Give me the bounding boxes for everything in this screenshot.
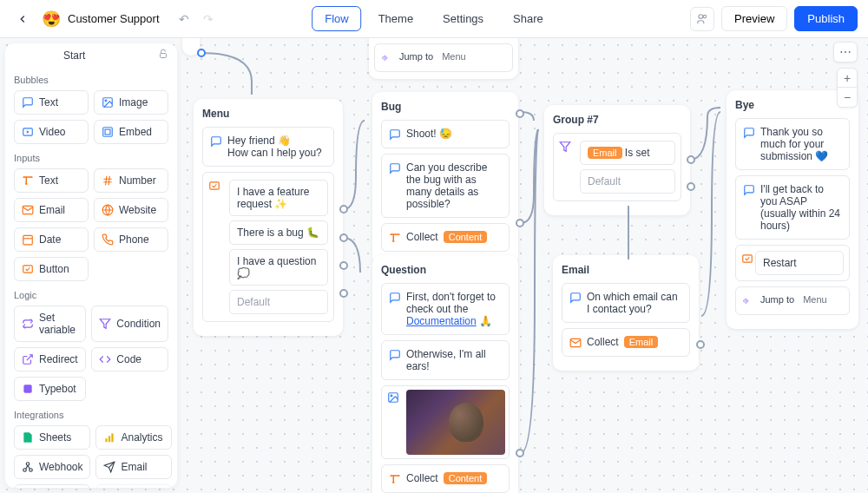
choice[interactable]: There is a bug 🐛 <box>229 220 328 245</box>
button-icon <box>741 253 753 265</box>
svg-rect-29 <box>112 433 114 442</box>
port[interactable] <box>516 109 524 118</box>
tab-share[interactable]: Share <box>500 6 556 31</box>
chat-icon <box>569 292 582 304</box>
condition[interactable]: Email Is set <box>580 141 675 165</box>
undo-button[interactable]: ↶ <box>174 9 194 30</box>
condition-block[interactable]: Email Is set Default <box>553 133 681 201</box>
block-sheets[interactable]: Sheets <box>14 425 90 450</box>
text-input-icon <box>389 232 401 244</box>
node-email[interactable]: Email On which email can I contact you? … <box>553 255 699 371</box>
svg-marker-12 <box>27 130 30 134</box>
website-icon <box>102 204 114 216</box>
choice[interactable]: I have a feature request ✨ <box>229 180 328 216</box>
tab-settings[interactable]: Settings <box>430 6 496 31</box>
block-video[interactable]: Video <box>14 120 89 144</box>
canvas-menu-button[interactable]: ⋯ <box>833 42 858 62</box>
publish-button[interactable]: Publish <box>794 6 858 31</box>
node-title[interactable]: Bye <box>735 99 850 111</box>
port[interactable] <box>687 182 695 191</box>
block-embed[interactable]: Embed <box>94 120 168 144</box>
port[interactable] <box>687 155 695 164</box>
zoom-out-button[interactable]: − <box>838 88 857 107</box>
node-title[interactable]: Menu <box>202 108 334 120</box>
block-redirect[interactable]: Redirect <box>14 347 86 371</box>
node-title[interactable]: Question <box>381 264 510 276</box>
svg-rect-27 <box>106 438 108 442</box>
video-icon <box>22 126 34 138</box>
svg-rect-13 <box>103 128 113 137</box>
block-condition[interactable]: Condition <box>91 306 168 342</box>
block-email-int[interactable]: Email <box>95 455 172 479</box>
date-icon <box>22 233 34 246</box>
condition-default[interactable]: Default <box>580 169 675 194</box>
node-bye[interactable]: Bye Thank you so much for your submissio… <box>727 90 858 329</box>
block-input-button[interactable]: Button <box>14 257 89 281</box>
block-code[interactable]: Code <box>91 347 168 371</box>
node-menu[interactable]: Menu Hey friend 👋How can I help you? I h… <box>194 99 343 336</box>
port[interactable] <box>339 233 348 242</box>
choice-default[interactable]: Default <box>229 290 328 314</box>
port[interactable] <box>516 219 524 227</box>
chat-icon <box>743 184 755 196</box>
block-input-website[interactable]: Website <box>94 198 168 222</box>
node-title[interactable]: Group #7 <box>553 114 681 126</box>
redo-button[interactable]: ↷ <box>198 9 219 30</box>
block-setvar[interactable]: Set variable <box>14 306 86 342</box>
redirect-icon <box>22 353 34 365</box>
preview-button[interactable]: Preview <box>721 6 787 31</box>
block-text[interactable]: Text <box>14 90 89 115</box>
block-typebot[interactable]: Typebot <box>14 377 86 401</box>
block-image[interactable]: Image <box>94 90 168 115</box>
collaborators-button[interactable] <box>690 7 714 31</box>
port[interactable] <box>339 205 348 214</box>
buttons-block[interactable]: Restart <box>735 245 850 281</box>
zoom-controls: + − <box>837 68 858 108</box>
text-block: Hey friend 👋How can I help you? <box>227 135 326 159</box>
bot-title[interactable]: Customer Support <box>68 12 160 25</box>
filter-icon <box>99 318 111 330</box>
block-input-date[interactable]: Date <box>14 227 89 252</box>
text-block: Can you describe the bug with as many de… <box>406 161 502 210</box>
node-bug[interactable]: Bug Shoot! 😓 Can you describe the bug wi… <box>372 92 518 266</box>
zoom-in-button[interactable]: + <box>838 69 857 88</box>
variable-tag: Content <box>444 231 488 243</box>
port[interactable] <box>339 261 348 270</box>
svg-marker-25 <box>100 319 110 329</box>
node-question[interactable]: Question First, don't forget to check ou… <box>372 255 518 493</box>
port[interactable] <box>197 49 206 57</box>
svg-point-4 <box>391 395 392 397</box>
tab-theme[interactable]: Theme <box>365 6 426 31</box>
node-title[interactable]: Bug <box>381 101 510 113</box>
node-group7[interactable]: Group #7 Email Is set Default <box>544 105 690 215</box>
svg-rect-7 <box>743 255 753 262</box>
buttons-block[interactable]: I have a feature request ✨ There is a bu… <box>202 172 334 322</box>
block-webhook[interactable]: Webhook <box>14 455 90 479</box>
choice[interactable]: Restart <box>755 251 844 275</box>
port[interactable] <box>339 289 348 298</box>
block-input-text[interactable]: Text <box>14 168 89 193</box>
jump-icon: ⎆ <box>743 295 755 307</box>
port[interactable] <box>696 340 705 349</box>
block-make[interactable]: ///Make.com <box>95 484 172 488</box>
typebot-icon <box>22 383 34 395</box>
block-analytics[interactable]: Analytics <box>95 425 172 450</box>
chat-icon <box>389 349 401 361</box>
bot-emoji: 😍 <box>42 10 61 29</box>
chat-icon <box>389 128 401 141</box>
tab-flow[interactable]: Flow <box>312 6 361 31</box>
node-title[interactable]: Email <box>562 264 690 276</box>
block-zapier[interactable]: Zapier <box>14 484 90 488</box>
svg-rect-22 <box>23 235 33 245</box>
port[interactable] <box>516 449 524 457</box>
block-input-number[interactable]: Number <box>94 168 168 193</box>
sheets-icon <box>22 431 34 444</box>
choice[interactable]: I have a question 💭 <box>229 249 328 286</box>
variable-icon <box>22 318 34 330</box>
jump-target: Menu <box>803 294 827 305</box>
back-button[interactable] <box>10 7 35 31</box>
email-input-icon <box>569 337 582 349</box>
block-input-phone[interactable]: Phone <box>94 227 168 252</box>
block-input-email[interactable]: Email <box>14 198 89 222</box>
text-block: Thank you so much for your submission 💙 <box>760 126 842 162</box>
